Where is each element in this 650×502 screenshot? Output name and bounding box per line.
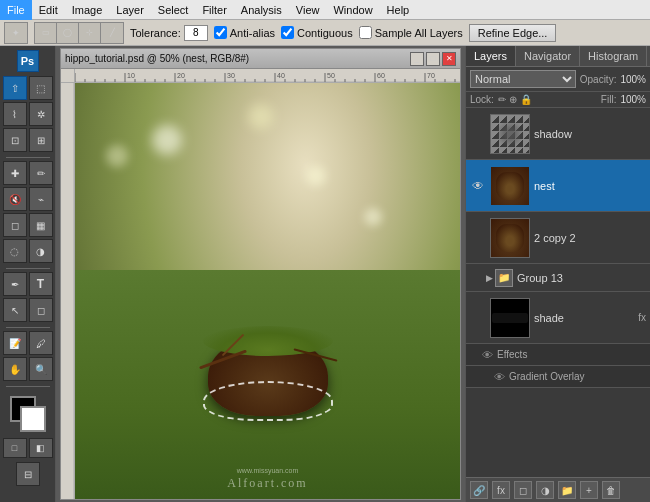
panel-tabs: Layers Navigator Histogram [466, 46, 650, 67]
path-select-tool[interactable]: ↖ [3, 298, 27, 322]
healing-tool[interactable]: ✚ [3, 161, 27, 185]
close-button[interactable]: ✕ [442, 52, 456, 66]
layer-group13[interactable]: ▶ 📁 Group 13 [466, 264, 650, 292]
ruler-v-svg [61, 69, 74, 499]
thumb-shade [490, 298, 530, 338]
menu-select[interactable]: Select [151, 0, 196, 20]
canvas-title: hippo_tutorial.psd @ 50% (nest, RGB/8#) [65, 53, 410, 64]
screen-mode[interactable]: ⊟ [16, 462, 40, 486]
layer-2copy2[interactable]: 2 copy 2 [466, 212, 650, 264]
color-area [10, 396, 46, 432]
notes-tool[interactable]: 📝 [3, 331, 27, 355]
effects-header: 👁 Effects [466, 344, 650, 366]
pen-tool[interactable]: ✒ [3, 272, 27, 296]
sample-all-label[interactable]: Sample All Layers [359, 26, 463, 39]
menu-help[interactable]: Help [380, 0, 417, 20]
line-shape[interactable]: ╱ [101, 23, 123, 43]
layer-name-nest: nest [534, 180, 646, 192]
zoom-tool[interactable]: 🔍 [29, 357, 53, 381]
tolerance-input[interactable] [184, 25, 208, 41]
clone-tool[interactable]: 🔇 [3, 187, 27, 211]
anti-alias-checkbox[interactable] [214, 26, 227, 39]
contiguous-checkbox[interactable] [281, 26, 294, 39]
svg-text:50: 50 [327, 72, 335, 79]
selection-tool-icon[interactable]: ✦ [4, 22, 28, 44]
hand-tool[interactable]: ✋ [3, 357, 27, 381]
canvas-title-bar: hippo_tutorial.psd @ 50% (nest, RGB/8#) … [61, 49, 460, 69]
menu-image[interactable]: Image [65, 0, 110, 20]
lock-pixel-icon[interactable]: ✏ [498, 94, 506, 105]
custom-shape[interactable]: ⊹ [79, 23, 101, 43]
move-tool[interactable]: ⇧ [3, 76, 27, 100]
layer-shade[interactable]: shade fx [466, 292, 650, 344]
right-panel: Layers Navigator Histogram Normal Multip… [465, 46, 650, 502]
gradient-overlay-eye-icon[interactable]: 👁 [494, 371, 505, 383]
layer-name-shadow: shadow [534, 128, 646, 140]
visibility-nest[interactable]: 👁 [470, 179, 486, 193]
watermark2: www.missyuan.com [237, 467, 298, 474]
mask-button[interactable]: ◻ [514, 481, 532, 499]
blur-tool[interactable]: ◌ [3, 239, 27, 263]
tab-navigator[interactable]: Navigator [516, 46, 580, 66]
history-tool[interactable]: ⌁ [29, 187, 53, 211]
dodge-tool[interactable]: ◑ [29, 239, 53, 263]
tab-histogram[interactable]: Histogram [580, 46, 647, 66]
menu-layer[interactable]: Layer [109, 0, 151, 20]
type-tool[interactable]: T [29, 272, 53, 296]
menu-window[interactable]: Window [326, 0, 379, 20]
gradient-tool[interactable]: ▦ [29, 213, 53, 237]
layers-list: shadow 👁 nest 2 copy 2 [466, 108, 650, 477]
maximize-button[interactable]: □ [426, 52, 440, 66]
shape-tool-group[interactable]: ▭ ◯ ⊹ ╱ [34, 22, 124, 44]
lock-all-icon[interactable]: 🔒 [520, 94, 532, 105]
brush-tool[interactable]: ✏ [29, 161, 53, 185]
svg-text:20: 20 [177, 72, 185, 79]
marquee-tool[interactable]: ⬚ [29, 76, 53, 100]
menu-view[interactable]: View [289, 0, 327, 20]
sample-all-checkbox[interactable] [359, 26, 372, 39]
main-area: Ps ⇧ ⬚ ⌇ ✲ ⊡ ⊞ ✚ ✏ 🔇 ⌁ ◻ ▦ ◌ ◑ [0, 46, 650, 502]
blend-mode-row: Normal Multiply Screen Overlay Opacity: … [466, 67, 650, 92]
tab-layers[interactable]: Layers [466, 46, 516, 66]
rect-shape[interactable]: ▭ [35, 23, 57, 43]
contiguous-label[interactable]: Contiguous [281, 26, 353, 39]
new-layer-button[interactable]: + [580, 481, 598, 499]
menu-filter[interactable]: Filter [195, 0, 233, 20]
layer-style-button[interactable]: fx [492, 481, 510, 499]
quick-mask-mode[interactable]: ◧ [29, 438, 53, 458]
canvas-image[interactable]: www.missyuan.com Alfoart.com [75, 83, 460, 499]
minimize-button[interactable]: _ [410, 52, 424, 66]
menu-analysis[interactable]: Analysis [234, 0, 289, 20]
background-color[interactable] [20, 406, 46, 432]
eyedropper-tool[interactable]: 🖊 [29, 331, 53, 355]
group-arrow-icon[interactable]: ▶ [486, 273, 493, 283]
delete-layer-button[interactable]: 🗑 [602, 481, 620, 499]
crop-tool[interactable]: ⊡ [3, 128, 27, 152]
layer-name-2copy2: 2 copy 2 [534, 232, 646, 244]
options-bar: ✦ ▭ ◯ ⊹ ╱ Tolerance: Anti-alias Contiguo… [0, 20, 650, 46]
effects-eye-icon[interactable]: 👁 [482, 349, 493, 361]
shape-tool[interactable]: ◻ [29, 298, 53, 322]
ruler-h-svg: // generated by JS below 102030405060708… [75, 69, 460, 82]
lock-row: Lock: ✏ ⊕ 🔒 Fill: 100% [466, 92, 650, 108]
adjustment-button[interactable]: ◑ [536, 481, 554, 499]
link-layers-button[interactable]: 🔗 [470, 481, 488, 499]
eraser-tool[interactable]: ◻ [3, 213, 27, 237]
group-button[interactable]: 📁 [558, 481, 576, 499]
lasso-tool[interactable]: ⌇ [3, 102, 27, 126]
refine-edge-button[interactable]: Refine Edge... [469, 24, 557, 42]
standard-mode[interactable]: □ [3, 438, 27, 458]
blend-mode-select[interactable]: Normal Multiply Screen Overlay [470, 70, 576, 88]
panel-bottom-toolbar: 🔗 fx ◻ ◑ 📁 + 🗑 [466, 477, 650, 502]
tolerance-label: Tolerance: [130, 25, 208, 41]
layer-shadow[interactable]: shadow [466, 108, 650, 160]
menu-file[interactable]: File [0, 0, 32, 20]
circle-shape[interactable]: ◯ [57, 23, 79, 43]
anti-alias-label[interactable]: Anti-alias [214, 26, 275, 39]
menu-edit[interactable]: Edit [32, 0, 65, 20]
svg-text:60: 60 [377, 72, 385, 79]
slice-tool[interactable]: ⊞ [29, 128, 53, 152]
lock-move-icon[interactable]: ⊕ [509, 94, 517, 105]
layer-nest[interactable]: 👁 nest [466, 160, 650, 212]
magic-wand-tool[interactable]: ✲ [29, 102, 53, 126]
